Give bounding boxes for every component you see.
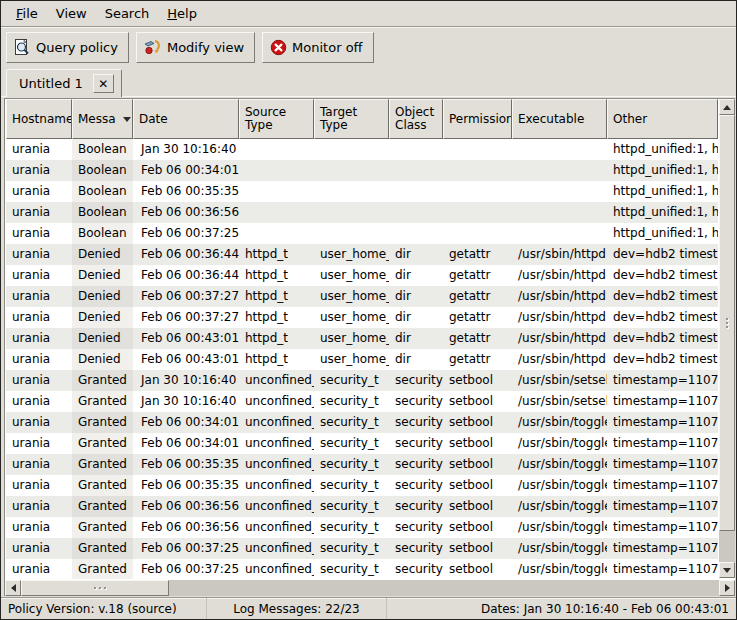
table-row[interactable]: uraniaDeniedFeb 06 00:36:44httpd_tuser_h… [6,265,718,286]
table-cell: Denied [72,265,133,286]
column-header-label: Executable [518,113,584,126]
table-cell: /usr/sbin/httpd [512,244,607,265]
table-row[interactable]: uraniaGrantedFeb 06 00:35:35unconfined_s… [6,475,718,496]
table-row[interactable]: uraniaDeniedFeb 06 00:43:01httpd_tuser_h… [6,349,718,370]
table-cell [389,223,443,244]
table-row[interactable]: uraniaGrantedJan 30 10:16:40unconfined_s… [6,391,718,412]
table-cell: Feb 06 00:37:25 [133,223,239,244]
table-cell: dev=hdb2 timesta [607,307,718,328]
monitor-off-button[interactable]: Monitor off [262,32,373,63]
column-header-label: Target Type [320,106,383,132]
table-cell: Feb 06 00:43:01 [133,349,239,370]
column-header-object-class[interactable]: Object Class [389,99,443,139]
table-row[interactable]: uraniaGrantedFeb 06 00:36:56unconfined_s… [6,517,718,538]
table-cell: Feb 06 00:37:25 [133,559,239,579]
table-cell: dev=hdb2 timesta [607,328,718,349]
table-row[interactable]: uraniaGrantedFeb 06 00:34:01unconfined_s… [6,433,718,454]
menubar: FileViewSearchHelp [1,1,736,27]
table-row[interactable]: uraniaGrantedFeb 06 00:37:25unconfined_s… [6,538,718,559]
horizontal-scrollbar-track[interactable] [21,580,719,596]
horizontal-scrollbar-thumb[interactable] [21,580,169,596]
horizontal-scrollbar[interactable] [5,580,735,596]
column-header-hostname[interactable]: Hostname [6,99,72,139]
table-cell [314,160,389,181]
table-row[interactable]: uraniaGrantedFeb 06 00:36:56unconfined_s… [6,496,718,517]
table-row[interactable]: uraniaBooleanFeb 06 00:36:56httpd_unifie… [6,202,718,223]
tab-bar: Untitled 1 ✕ [1,67,736,96]
column-header-executable[interactable]: Executable [512,99,607,139]
menu-item-search[interactable]: Search [96,3,159,24]
table-cell: httpd_unified:1, h [607,223,718,244]
menu-item-file[interactable]: File [7,3,47,24]
table-cell: Boolean [72,223,133,244]
scroll-down-button[interactable] [719,562,735,578]
table-cell: Feb 06 00:36:44 [133,244,239,265]
table-row[interactable]: uraniaGrantedFeb 06 00:35:35unconfined_s… [6,454,718,475]
table-cell: urania [6,349,72,370]
table-row[interactable]: uraniaGrantedFeb 06 00:37:25unconfined_s… [6,559,718,579]
scroll-up-button[interactable] [719,99,735,115]
table-cell [239,139,314,160]
table-cell: Feb 06 00:36:56 [133,202,239,223]
table-cell: Feb 06 00:36:44 [133,265,239,286]
query-policy-button[interactable]: Query policy [6,32,129,63]
table-cell: httpd_t [239,265,314,286]
column-header-target-type[interactable]: Target Type [314,99,389,139]
vertical-scrollbar[interactable] [719,99,735,578]
tab-close-button[interactable]: ✕ [93,74,114,93]
table-cell: httpd_t [239,286,314,307]
table-cell: security [389,538,443,559]
table-row[interactable]: uraniaBooleanFeb 06 00:35:35httpd_unifie… [6,181,718,202]
menu-item-help[interactable]: Help [158,3,206,24]
sort-descending-icon [123,117,131,122]
table-cell: security [389,454,443,475]
table-cell: security_t [314,412,389,433]
table-cell: security_t [314,538,389,559]
modify-view-button[interactable]: Modify view [136,32,255,63]
column-header-date[interactable]: Date [133,99,239,139]
table-cell: urania [6,307,72,328]
table-cell: setbool [443,517,512,538]
table-row[interactable]: uraniaBooleanFeb 06 00:37:25httpd_unifie… [6,223,718,244]
table-row[interactable]: uraniaDeniedFeb 06 00:43:01httpd_tuser_h… [6,328,718,349]
vertical-scrollbar-thumb[interactable] [719,115,735,531]
table-cell [314,202,389,223]
table-cell: /usr/sbin/toggle [512,475,607,496]
column-header-permission[interactable]: Permission [443,99,512,139]
table-row[interactable]: uraniaDeniedFeb 06 00:37:27httpd_tuser_h… [6,307,718,328]
toolbar: Query policy Modify view Monitor off [1,27,736,67]
column-header-other[interactable]: Other [607,99,718,139]
table-row[interactable]: uraniaBooleanFeb 06 00:34:01httpd_unifie… [6,160,718,181]
table-cell: security_t [314,433,389,454]
table-cell: urania [6,223,72,244]
scroll-right-button[interactable] [719,580,735,596]
table-cell: urania [6,328,72,349]
table-cell: Granted [72,517,133,538]
table-row[interactable]: uraniaDeniedFeb 06 00:36:44httpd_tuser_h… [6,244,718,265]
table-cell: Feb 06 00:35:35 [133,475,239,496]
table-cell: Granted [72,475,133,496]
table-cell: dir [389,244,443,265]
column-header-label: Date [139,113,168,126]
table-cell: /usr/sbin/toggle [512,433,607,454]
table-cell: setbool [443,496,512,517]
table-row[interactable]: uraniaBooleanJan 30 10:16:40httpd_unifie… [6,139,718,160]
table-row[interactable]: uraniaDeniedFeb 06 00:37:27httpd_tuser_h… [6,286,718,307]
vertical-scrollbar-track[interactable] [719,115,735,562]
table-cell: Granted [72,412,133,433]
column-header-source-type[interactable]: Source Type [239,99,314,139]
table-cell: dir [389,328,443,349]
table-cell: Feb 06 00:34:01 [133,412,239,433]
menu-item-view[interactable]: View [47,3,96,24]
tab-untitled-1[interactable]: Untitled 1 ✕ [6,69,122,97]
table-cell: Denied [72,244,133,265]
scroll-left-button[interactable] [5,580,21,596]
table-cell [443,223,512,244]
table-row[interactable]: uraniaGrantedFeb 06 00:34:01unconfined_s… [6,412,718,433]
log-messages-status: Log Messages: 22/23 [206,598,386,619]
table-row[interactable]: uraniaGrantedJan 30 10:16:40unconfined_s… [6,370,718,391]
table-cell: unconfined_ [239,412,314,433]
table-cell: unconfined_ [239,391,314,412]
column-header-messa[interactable]: Messa [72,99,133,139]
table-cell: setbool [443,538,512,559]
